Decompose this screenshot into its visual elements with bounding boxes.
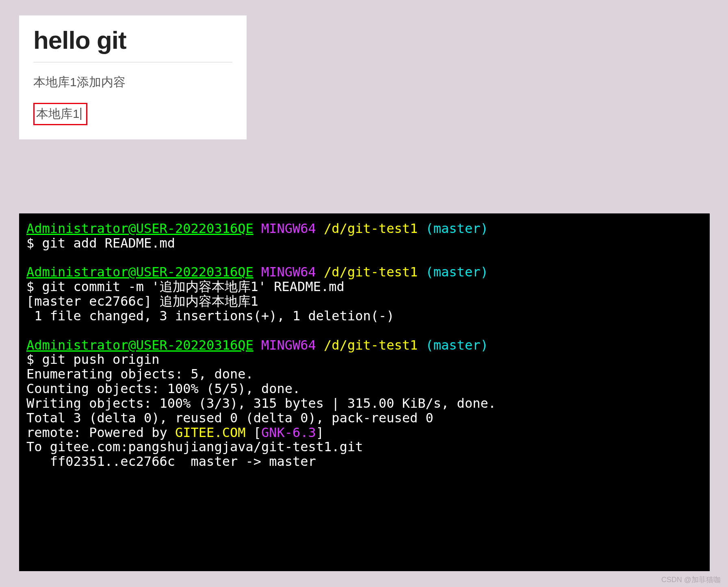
readme-editing-text[interactable]: 本地库1 xyxy=(33,103,87,125)
output-bracket-close: ] xyxy=(316,425,324,440)
output-total: Total 3 (delta 0), reused 0 (delta 0), p… xyxy=(26,410,433,426)
output-push-to: To gitee.com:pangshujiangjava/git-test1.… xyxy=(26,439,363,454)
output-gitee: GITEE.COM xyxy=(175,425,245,440)
output-enumerating: Enumerating objects: 5, done. xyxy=(26,366,254,382)
prompt-path: /d/git-test1 xyxy=(324,221,418,236)
prompt-path: /d/git-test1 xyxy=(324,337,418,353)
git-bash-terminal[interactable]: Administrator@USER-20220316QE MINGW64 /d… xyxy=(19,213,710,571)
readme-content-line-1: 本地库1添加内容 xyxy=(33,74,232,91)
prompt-branch: (master) xyxy=(426,337,488,353)
prompt-path: /d/git-test1 xyxy=(324,264,418,280)
output-commit-stats: 1 file changed, 3 insertions(+), 1 delet… xyxy=(26,308,394,324)
readme-content-line-2: 本地库1 xyxy=(36,107,80,120)
cmd-git-add: git add README.md xyxy=(42,235,176,251)
output-bracket-open: [ xyxy=(245,425,261,440)
watermark-text: CSDN @加菲猫咖 xyxy=(661,575,721,585)
prompt-symbol: $ xyxy=(26,352,34,367)
prompt-shell: MINGW64 xyxy=(261,221,316,236)
output-gnk: GNK-6.3 xyxy=(261,425,316,440)
prompt-symbol: $ xyxy=(26,235,34,251)
readme-preview-card: hello git 本地库1添加内容 本地库1 xyxy=(19,15,247,139)
prompt-user-host: Administrator@USER-20220316QE xyxy=(26,221,254,236)
prompt-shell: MINGW64 xyxy=(261,337,316,353)
prompt-shell: MINGW64 xyxy=(261,264,316,280)
prompt-user-host: Administrator@USER-20220316QE xyxy=(26,264,254,280)
prompt-symbol: $ xyxy=(26,279,34,294)
prompt-branch: (master) xyxy=(426,221,488,236)
cmd-git-commit: git commit -m '追加内容本地库1' README.md xyxy=(42,279,344,294)
output-commit-hash: [master ec2766c] 追加内容本地库1 xyxy=(26,294,258,309)
output-counting: Counting objects: 100% (5/5), done. xyxy=(26,381,300,396)
prompt-user-host: Administrator@USER-20220316QE xyxy=(26,337,254,353)
prompt-branch: (master) xyxy=(426,264,488,280)
output-push-refs: ff02351..ec2766c master -> master xyxy=(26,454,316,469)
output-writing: Writing objects: 100% (3/3), 315 bytes |… xyxy=(26,396,496,411)
cmd-git-push: git push origin xyxy=(42,352,160,367)
text-caret-icon xyxy=(80,108,81,120)
readme-title: hello git xyxy=(33,26,232,63)
output-remote-prefix: remote: Powered by xyxy=(26,425,175,440)
